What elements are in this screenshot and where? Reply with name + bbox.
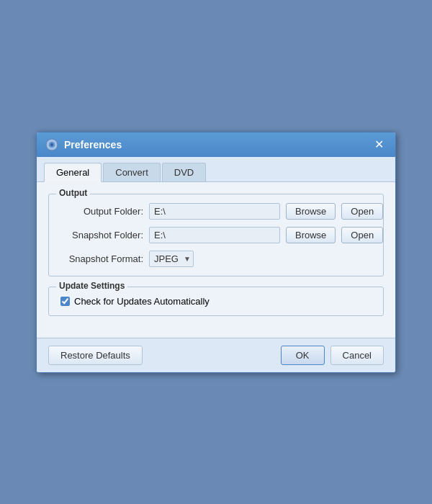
output-folder-input[interactable]: [149, 203, 280, 220]
svg-point-2: [50, 143, 53, 146]
snapshot-format-select[interactable]: JPEG PNG BMP: [149, 251, 194, 267]
tab-dvd[interactable]: DVD: [162, 163, 206, 181]
snapshot-folder-browse-button[interactable]: Browse: [286, 227, 336, 243]
output-group-label: Output: [56, 188, 90, 198]
snapshot-folder-input[interactable]: [149, 227, 280, 243]
check-updates-checkbox[interactable]: [60, 297, 70, 306]
close-button[interactable]: ✕: [372, 139, 387, 150]
title-bar: Preferences ✕: [37, 132, 395, 157]
check-updates-row: Check for Updates Automatically: [60, 296, 372, 307]
cancel-button[interactable]: Cancel: [330, 346, 384, 365]
output-folder-row: Output Folder: Browse Open: [60, 203, 372, 220]
restore-defaults-button[interactable]: Restore Defaults: [48, 346, 143, 365]
snapshot-format-label: Snapshot Format:: [60, 253, 143, 264]
tab-content: Output Output Folder: Browse Open Snapsh…: [37, 182, 395, 338]
tab-convert[interactable]: Convert: [103, 163, 161, 181]
check-updates-label[interactable]: Check for Updates Automatically: [74, 296, 210, 307]
dialog-title: Preferences: [64, 139, 122, 150]
output-folder-browse-button[interactable]: Browse: [286, 203, 336, 220]
output-folder-label: Output Folder:: [60, 206, 143, 217]
title-bar-left: Preferences: [45, 138, 122, 151]
snapshot-folder-open-button[interactable]: Open: [341, 227, 383, 243]
tab-general[interactable]: General: [44, 163, 102, 182]
dialog-footer: Restore Defaults OK Cancel: [37, 338, 395, 372]
update-group-label: Update Settings: [56, 281, 127, 291]
update-settings-group: Update Settings Check for Updates Automa…: [48, 287, 384, 316]
preferences-dialog: Preferences ✕ General Convert DVD Output…: [36, 132, 396, 373]
ok-button[interactable]: OK: [281, 346, 325, 365]
snapshot-folder-label: Snapshot Folder:: [60, 230, 143, 240]
footer-right-buttons: OK Cancel: [281, 346, 384, 365]
snapshot-folder-row: Snapshot Folder: Browse Open: [60, 227, 372, 243]
output-group: Output Output Folder: Browse Open Snapsh…: [48, 194, 384, 276]
snapshot-format-container: JPEG PNG BMP ▼: [149, 251, 194, 267]
tab-bar: General Convert DVD: [37, 157, 395, 182]
snapshot-format-row: Snapshot Format: JPEG PNG BMP ▼: [60, 251, 372, 267]
output-folder-open-button[interactable]: Open: [341, 203, 383, 220]
app-icon: [45, 138, 58, 151]
